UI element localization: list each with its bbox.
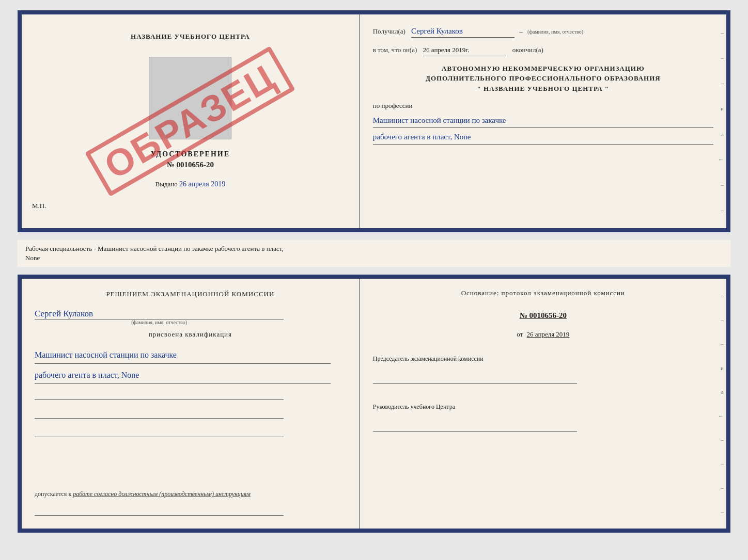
- qual-line1: Машинист насосной станции по закачке: [35, 347, 331, 364]
- org-block: АВТОНОМНУЮ НЕКОММЕРЧЕСКУЮ ОРГАНИЗАЦИЮ ДО…: [373, 63, 713, 94]
- qualification-block: Машинист насосной станции по закачке раб…: [35, 344, 346, 384]
- info-bar-text1: Рабочая специальность - Машинист насосно…: [25, 244, 723, 253]
- vtom-label: в том, что он(а): [373, 46, 417, 54]
- bottom-document: Решением экзаменационной комиссии Сергей…: [18, 275, 730, 533]
- sig-line-4: [35, 507, 284, 516]
- udostoverenie-title: УДОСТОВЕРЕНИЕ: [151, 150, 230, 158]
- osnovaniye-text: Основание: протокол экзаменационной коми…: [373, 289, 713, 297]
- info-bar-text2: None: [25, 253, 723, 263]
- top-institution-name: НАЗВАНИЕ УЧЕБНОГО ЦЕНТРА: [131, 33, 250, 41]
- top-doc-left: НАЗВАНИЕ УЧЕБНОГО ЦЕНТРА УДОСТОВЕРЕНИЕ №…: [22, 14, 360, 228]
- sig-line-1: [35, 392, 284, 400]
- poluchil-name: Сергей Кулаков: [411, 25, 515, 38]
- prisvoena-label: присвоена квалификация: [35, 330, 346, 339]
- bottom-fio-label: (фамилия, имя, отчество): [35, 319, 284, 325]
- bottom-name-handwritten: Сергей Кулаков: [35, 309, 284, 319]
- poluchil-field: Получил(а) Сергей Кулаков – (фамилия, им…: [373, 25, 713, 38]
- chairman-block: Председатель экзаменационной комиссии: [373, 355, 713, 387]
- stamp-placeholder: [149, 57, 231, 139]
- qual-line2: рабочего агента в пласт, None: [35, 367, 331, 384]
- po-professii-block: по профессии Машинист насосной станции п…: [373, 101, 713, 145]
- udostoverenie-block: УДОСТОВЕРЕНИЕ № 0010656-20: [151, 150, 230, 169]
- predsedatel-sig-line: [373, 376, 578, 384]
- vtom-field: в том, что он(а) 26 апреля 2019г. окончи…: [373, 45, 713, 56]
- ot-label: от: [517, 330, 523, 338]
- vydano-date: 26 апреля 2019: [179, 180, 225, 188]
- top-doc-right: Получил(а) Сергей Кулаков – (фамилия, им…: [360, 14, 726, 228]
- po-professii-label: по профессии: [373, 101, 713, 111]
- org-line2: ДОПОЛНИТЕЛЬНОГО ПРОФЕССИОНАЛЬНОГО ОБРАЗО…: [373, 73, 713, 84]
- profession-line1: Машинист насосной станции по закачке: [373, 114, 713, 128]
- dopuskaetsya-block: допускается к работе согласно должностны…: [35, 490, 346, 498]
- bottom-doc-left: Решением экзаменационной комиссии Сергей…: [22, 279, 360, 529]
- top-document: НАЗВАНИЕ УЧЕБНОГО ЦЕНТРА УДОСТОВЕРЕНИЕ №…: [18, 10, 730, 232]
- protocol-number: № 0010656-20: [373, 311, 713, 320]
- profession-line2: рабочего агента в пласт, None: [373, 130, 713, 145]
- fio-sublabel: (фамилия, имя, отчество): [527, 29, 583, 35]
- rukovoditel-block: Руководитель учебного Центра: [373, 403, 713, 435]
- protocol-date: от 26 апреля 2019: [373, 330, 713, 339]
- sig-line-2: [35, 410, 284, 419]
- mp-label: М.П.: [32, 202, 46, 210]
- udostoverenie-number: № 0010656-20: [151, 161, 230, 169]
- protocol-date-value: 26 апреля 2019: [527, 330, 570, 338]
- komissia-title: Решением экзаменационной комиссии: [35, 289, 346, 299]
- right-margin-decoration: – – – и а ← – –: [715, 14, 726, 228]
- sig-line-3: [35, 429, 284, 437]
- rukovoditel-label: Руководитель учебного Центра: [373, 403, 713, 411]
- vydano-label: Выдано: [155, 180, 178, 188]
- org-line1: АВТОНОМНУЮ НЕКОММЕРЧЕСКУЮ ОРГАНИЗАЦИЮ: [373, 63, 713, 74]
- vydano-line: Выдано 26 апреля 2019: [155, 180, 226, 188]
- dopuskaetsya-text: работе согласно должностным (производств…: [73, 490, 251, 498]
- name-block: Сергей Кулаков (фамилия, имя, отчество): [35, 305, 346, 325]
- okonchil-label: окончил(а): [512, 46, 543, 54]
- vtom-date: 26 апреля 2019г.: [423, 45, 506, 56]
- predsedatel-label: Председатель экзаменационной комиссии: [373, 355, 713, 363]
- org-line3: " НАЗВАНИЕ УЧЕБНОГО ЦЕНТРА ": [373, 84, 713, 94]
- bottom-right-margin-decoration: – – – и а ← – – – –: [715, 279, 726, 529]
- bottom-doc-right: Основание: протокол экзаменационной коми…: [360, 279, 726, 529]
- info-bar: Рабочая специальность - Машинист насосно…: [18, 240, 730, 267]
- dopuskaetsya-label: допускается к: [35, 490, 71, 498]
- rukovoditel-sig-line: [373, 424, 578, 432]
- poluchil-label: Получил(а): [373, 27, 406, 35]
